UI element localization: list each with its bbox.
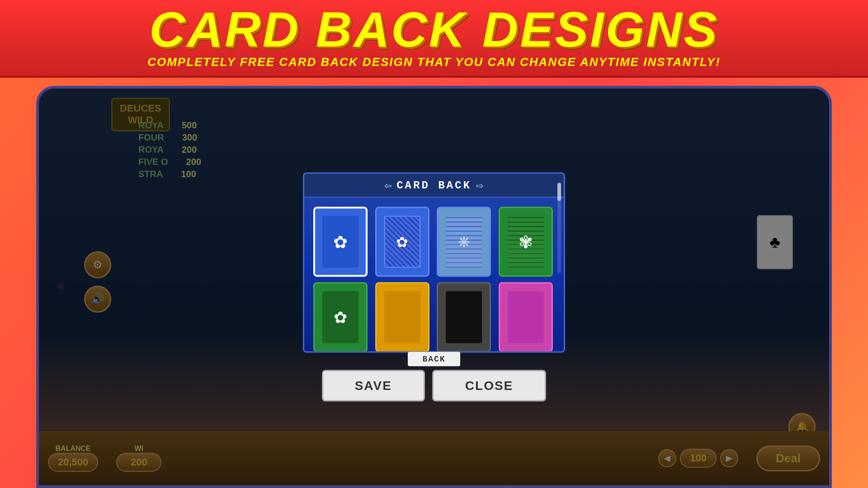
modal-title-bar: ⇦ CARD BACK ⇨	[304, 174, 564, 198]
subtitle: COMPLETELY FREE CARD BACK DESIGN THAT YO…	[9, 55, 859, 69]
card-option-1[interactable]: ✿	[313, 207, 368, 277]
left-arrow-icon: ⇦	[384, 180, 392, 191]
modal-action-buttons: SAVE CLOSE	[322, 370, 547, 402]
top-banner: CARD BACK DESIGNS COMPLETELY FREE CARD B…	[0, 0, 868, 78]
close-button[interactable]: CLOSE	[432, 370, 546, 402]
card-option-3[interactable]: ❋	[437, 207, 491, 277]
modal-wrapper: ⇦ CARD BACK ⇨ ✿ ✿	[303, 173, 565, 402]
card-option-8[interactable]	[499, 282, 553, 352]
card-option-5[interactable]: ✿	[313, 282, 368, 352]
card-option-6[interactable]	[375, 282, 429, 352]
modal-footer: BACK SAVE CLOSE	[303, 353, 565, 402]
card-option-7[interactable]	[437, 282, 491, 352]
card-option-2[interactable]: ✿	[375, 207, 429, 277]
card-grid: ✿ ✿ ❋	[304, 198, 564, 352]
save-button[interactable]: SAVE	[322, 370, 425, 402]
scrollbar-track[interactable]	[557, 198, 561, 273]
right-arrow-icon: ⇨	[476, 180, 484, 191]
game-device: DEUCES WILD ROYA500 FOUR300 ROYA200 FIVE…	[36, 86, 832, 488]
card-back-modal: ⇦ CARD BACK ⇨ ✿ ✿	[303, 173, 565, 353]
modal-title: CARD BACK	[396, 179, 472, 192]
back-label: BACK	[408, 352, 460, 366]
main-title: CARD BACK DESIGNS	[9, 5, 859, 54]
card-option-4[interactable]: ✾	[499, 207, 553, 277]
scrollbar-thumb[interactable]	[557, 198, 561, 201]
modal-overlay: ⇦ CARD BACK ⇨ ✿ ✿	[39, 89, 829, 485]
